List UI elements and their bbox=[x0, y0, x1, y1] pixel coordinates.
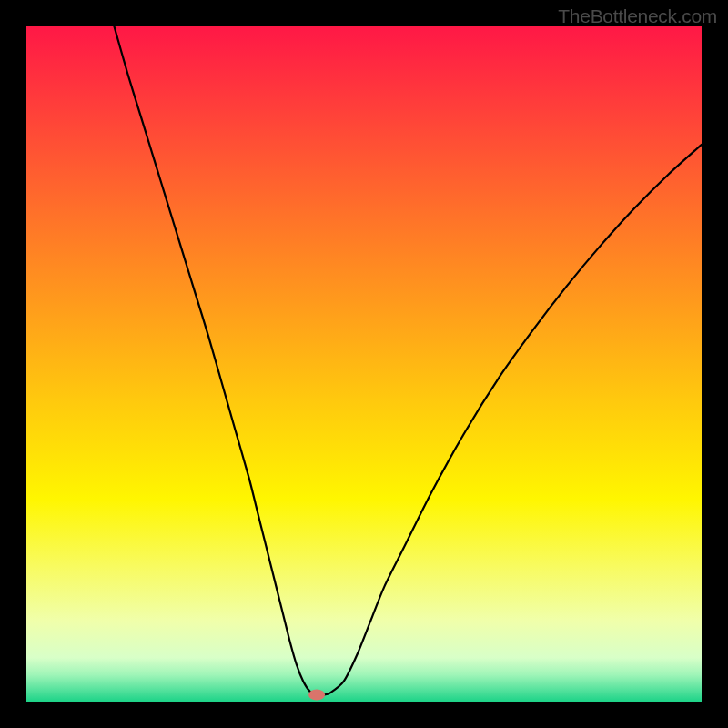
chart-svg bbox=[26, 26, 702, 702]
optimal-point-marker bbox=[308, 690, 325, 701]
plot-area bbox=[26, 26, 702, 702]
watermark-text: TheBottleneck.com bbox=[558, 5, 717, 27]
gradient-background bbox=[26, 26, 702, 702]
chart-container: TheBottleneck.com bbox=[0, 0, 728, 728]
